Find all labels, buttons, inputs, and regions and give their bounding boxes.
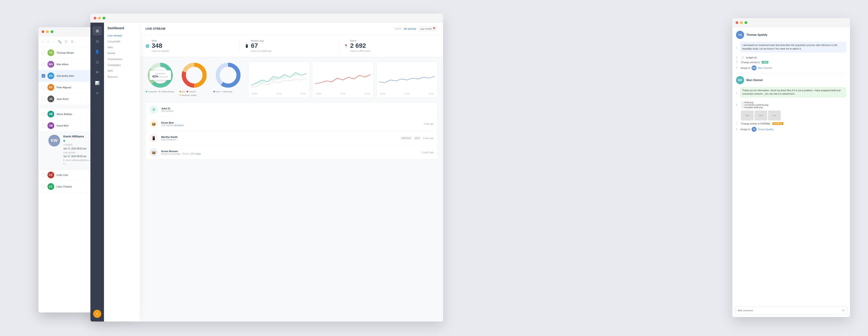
activity-right-4: 1 month ago — [421, 151, 434, 154]
contact-check-samantha[interactable]: ✓ — [41, 74, 45, 78]
mobile-legend: iOS Android Windows mobile — [180, 90, 209, 96]
contact-check-larry[interactable] — [41, 185, 45, 188]
send-icon[interactable]: ✉ — [842, 309, 845, 312]
activity-row-1[interactable]: 🖥 John D. Visit website — [146, 103, 437, 117]
legend-mobile-phones: mobile phones — [159, 90, 174, 93]
stat-web-label: Users on website — [152, 50, 169, 52]
toolbar-download-icon[interactable]: ↓ — [53, 40, 55, 44]
chat-row-7: 7 Change priority to NORMAL NORMAL — [736, 122, 846, 125]
contact-name-grant: Grant Bird — [57, 124, 68, 127]
toolbar-settings-icon[interactable]: ⚙ — [71, 40, 74, 44]
toolbar-select-icon[interactable]: □ — [41, 40, 43, 44]
contacts-minimize-dot[interactable] — [46, 30, 49, 33]
nav-item-beacons[interactable]: Beacons — [104, 74, 140, 80]
online-indicator — [63, 140, 65, 142]
tag-temp: 12°C — [414, 137, 421, 140]
assign-name-marc: Marc Dannell — [758, 66, 772, 69]
contact-check-colin[interactable] — [41, 173, 45, 177]
avatar-marc: MD — [736, 76, 744, 84]
tooltip-pct: 62% — [152, 75, 158, 78]
nav-item-web[interactable]: Web — [104, 45, 140, 50]
dash-minimize-dot[interactable] — [98, 17, 101, 20]
activity-icon-beacon: 📦 — [149, 148, 158, 157]
date-chip[interactable]: Last month 📅 — [418, 26, 438, 31]
chat-row-4: 4 Assign to MD Marc Dannell — [736, 65, 846, 71]
activity-row-2[interactable]: 📦 Kevin Ben Visit website /products 2:40… — [146, 117, 437, 131]
chat-input-area[interactable]: ✉ — [735, 307, 847, 314]
nav-item-livestream[interactable]: Live stream — [104, 33, 140, 38]
expanded-avatar-kevin: KW — [49, 135, 60, 146]
contact-check-thomas[interactable] — [41, 51, 45, 55]
maximize-dot[interactable] — [745, 21, 747, 24]
sidebar-icon-dashboard[interactable]: ⊞ — [93, 26, 102, 35]
activity-row-3[interactable]: 📱 Martha Smith App interaction iOS 8.1.3… — [146, 131, 437, 145]
dash-close-dot[interactable] — [94, 17, 96, 20]
contact-check-pete[interactable] — [41, 86, 45, 89]
contacts-maximize-dot[interactable] — [51, 30, 53, 33]
dashboard-titlebar — [90, 13, 443, 23]
stat-web: 🌐 Web 348 Users on website — [146, 39, 239, 52]
store-icon: 📍 — [344, 44, 348, 48]
web-icon: 🌐 — [146, 44, 149, 48]
contact-check-max[interactable] — [41, 62, 45, 66]
sort-label: SORT: — [395, 27, 402, 30]
activity-sub-1: Visit website — [161, 110, 174, 112]
activity-icon-box: 📦 — [149, 119, 158, 128]
nav-item-transactions[interactable]: Transactions — [104, 56, 140, 62]
minimize-dot[interactable] — [740, 21, 743, 24]
activity-row-4[interactable]: 📦 Kevin Bennet Beacons campaign - Promo … — [146, 145, 437, 160]
dashboard-sidebar: ⊞ ⊟ 👤 ⊡ 👁 📊 ≡ K — [90, 23, 104, 321]
sort-value[interactable]: All activity — [404, 27, 416, 30]
sidebar-icon-grid[interactable]: ⊡ — [93, 57, 102, 66]
line-chart-web-svg — [251, 64, 307, 92]
sidebar-icon-menu[interactable]: ≡ — [93, 89, 102, 98]
contact-check-grant[interactable] — [41, 124, 45, 128]
donut-mobile-svg — [181, 62, 208, 89]
contact-name-thomas: Thomas Abram — [57, 51, 74, 54]
line-chart-store: 00:0012:0024:00 — [376, 62, 438, 98]
expanded-details: Kevin Williams ⊙ Added: Jun 17, 2014 06:… — [63, 135, 93, 166]
donut-store: New Returning — [213, 62, 243, 96]
toolbar-filter-icon[interactable]: ☰ — [65, 40, 68, 44]
dash-maximize-dot[interactable] — [103, 17, 105, 20]
toolbar-add-icon[interactable]: ＋ — [46, 39, 50, 44]
activity-time-4: 1 month ago — [421, 151, 434, 154]
stat-mobile-label: Users on mobile app — [251, 50, 272, 52]
contacts-close-dot[interactable] — [41, 30, 44, 33]
sidebar-icon-eye[interactable]: 👁 — [93, 68, 102, 77]
line-chart-store-svg — [379, 64, 435, 92]
sidebar-user-avatar[interactable]: K — [93, 310, 101, 318]
activity-info-4: Kevin Bennet Beacons campaign - Promo -2… — [161, 150, 201, 155]
activity-info-2: Kevin Ben Visit website /products — [161, 121, 184, 127]
priority-change-label: Change priority to — [741, 61, 760, 64]
store-legend: New Returning — [213, 90, 243, 93]
chat-titlebar — [733, 18, 850, 27]
nav-item-wifi[interactable]: WiFi — [104, 68, 140, 74]
sidebar-icon-chart[interactable]: 📊 — [93, 78, 102, 87]
chat-input[interactable] — [738, 309, 842, 312]
sidebar-icon-copy[interactable]: ⊟ — [93, 37, 102, 46]
close-dot[interactable] — [736, 21, 738, 24]
toolbar-search-icon[interactable]: 🔍 — [58, 40, 61, 44]
contact-avatar-colin: CC — [48, 172, 54, 178]
date-label: Last month — [420, 27, 432, 30]
chat-user-1-name: Thomas Sparkly — [746, 33, 767, 36]
activity-name-3: Martha Smith — [161, 136, 178, 138]
sidebar-icon-user[interactable]: 👤 — [93, 47, 102, 56]
chart-web-axis: 00:0012:0024:00 — [251, 93, 307, 95]
nav-item-campaigns[interactable]: Campaigns — [104, 62, 140, 68]
assign-name-tomas: Tomas Sparkly — [758, 128, 774, 131]
tooltip-users: 215 users — [159, 76, 168, 78]
line-chart-web: 00:0012:0024:00 — [248, 62, 309, 98]
expanded-meta: ⊙ Added: Jun 17, 2014 06:02 am Last acti… — [63, 139, 93, 166]
priority-change-label-2: Change priority to NORMAL — [741, 122, 771, 125]
nav-item-mobile[interactable]: Mobile — [104, 50, 140, 56]
contact-name-pete: Pete Allgood — [57, 86, 71, 89]
chat-bubble-2: Thank you for information. Send me these… — [740, 87, 846, 98]
legend-ios: iOS — [180, 90, 185, 93]
chat-row-3: 3 Change priority to LIVE — [736, 61, 846, 64]
contact-check-steve[interactable] — [41, 112, 45, 116]
nav-item-listgrowth[interactable]: List growth — [104, 38, 140, 45]
contact-check-jack[interactable] — [41, 97, 45, 101]
activity-icon-phone: 📱 — [149, 134, 158, 142]
